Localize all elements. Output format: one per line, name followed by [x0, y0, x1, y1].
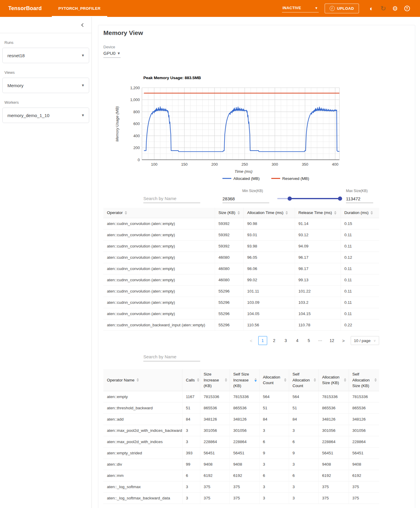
column-header-self-allocation-size-kb[interactable]: Self Allocation Size (KB) — [349, 369, 379, 391]
chevron-down-icon: ▼ — [81, 53, 85, 57]
slider-handle-min[interactable] — [288, 197, 292, 201]
chevron-down-icon: ▼ — [81, 83, 85, 87]
table-cell: 55296 — [215, 308, 243, 319]
column-header-size-increase-kb[interactable]: Size Increase (KB) — [200, 369, 230, 391]
column-header-self-size-increase-kb[interactable]: Self Size Increase (KB) — [230, 369, 259, 391]
views-select[interactable]: Memory ▼ — [2, 78, 89, 93]
workers-select[interactable]: memory_demo_1_10 ▼ — [2, 108, 89, 123]
memory-statistics-table: Operator NameCallsSize Increase (KB)Self… — [103, 369, 379, 504]
table-cell: 301056 — [318, 425, 349, 436]
table-row: aten::cudnn_convolution (aten::empty)552… — [103, 308, 379, 319]
svg-text:600: 600 — [133, 122, 140, 126]
svg-text:300: 300 — [272, 162, 278, 167]
table-cell: 7815336 — [200, 391, 230, 402]
table-row: aten::cudnn_convolution (aten::empty)460… — [103, 252, 379, 263]
svg-text:150: 150 — [181, 162, 188, 167]
column-label: Operator Name — [107, 377, 134, 383]
device-label: Device — [103, 45, 115, 49]
column-header-allocation-time-ms[interactable]: Allocation Time (ms) — [243, 208, 295, 218]
table-cell: 0.11 — [341, 274, 379, 285]
refresh-icon[interactable]: ↻ — [377, 5, 389, 12]
table-cell: 6 — [289, 436, 318, 447]
slider-handle-max[interactable] — [338, 197, 342, 201]
table-cell: 6192 — [230, 470, 259, 481]
column-header-operator[interactable]: Operator — [103, 208, 215, 218]
page-size-select[interactable]: 10 / page∨ — [351, 336, 379, 345]
column-header-calls[interactable]: Calls — [182, 369, 200, 391]
device-select[interactable]: GPU0 ▼ — [103, 51, 121, 58]
svg-text:400: 400 — [332, 162, 339, 167]
column-header-allocation-size-kb[interactable]: Allocation Size (KB) — [318, 369, 349, 391]
pagination-page-5[interactable]: 5 — [304, 336, 313, 345]
table-cell: 375 — [349, 492, 379, 504]
pagination-page-3[interactable]: 3 — [281, 336, 290, 345]
pagination-next[interactable]: > — [339, 336, 348, 345]
table-row: aten::empty11677815336781533656456478153… — [103, 391, 379, 402]
column-label: Allocation Count — [263, 374, 282, 386]
table-cell: 228864 — [349, 436, 379, 447]
table-cell: 3 — [289, 425, 318, 436]
table-cell: 375 — [318, 492, 349, 504]
pagination-page-1[interactable]: 1 — [258, 336, 267, 345]
table-cell: 348126 — [318, 413, 349, 425]
max-size-input[interactable] — [346, 195, 373, 203]
svg-text:Reserved (MB): Reserved (MB) — [282, 176, 309, 181]
table-cell: 3 — [259, 481, 289, 492]
svg-text:0: 0 — [138, 158, 140, 162]
sort-icon — [344, 378, 346, 382]
pagination-page-2[interactable]: 2 — [270, 336, 279, 345]
table-row: aten::empty_strided393564515645199564515… — [103, 447, 379, 459]
table-cell: 865536 — [200, 402, 230, 413]
search-by-name-input[interactable] — [143, 194, 200, 203]
table-cell: 46080 — [215, 274, 243, 285]
settings-gear-icon[interactable]: ⚙ — [389, 5, 401, 12]
table-cell: 3 — [182, 436, 200, 447]
column-label: Operator — [107, 210, 123, 216]
sidebar-collapse-button[interactable] — [0, 17, 92, 33]
min-size-input[interactable] — [222, 195, 269, 203]
upload-button[interactable]: i UPLOAD — [325, 4, 359, 13]
table-cell: 51 — [182, 402, 200, 413]
pagination-prev[interactable]: < — [247, 336, 256, 345]
table-cell: 0.11 — [341, 229, 379, 240]
table-row: aten::cudnn_convolution (aten::empty)460… — [103, 274, 379, 285]
table-row: aten::max_pool2d_with_indices_backward33… — [103, 425, 379, 436]
table-cell: 46080 — [215, 263, 243, 274]
chevron-down-icon: ▼ — [81, 113, 85, 117]
table-cell: 3 — [182, 481, 200, 492]
help-icon[interactable]: ? — [401, 6, 413, 11]
table-cell: 93.12 — [295, 229, 341, 240]
table-cell: 90.98 — [243, 218, 295, 229]
table-cell: 55296 — [215, 285, 243, 297]
svg-text:350: 350 — [302, 162, 308, 167]
info-icon: i — [330, 6, 335, 11]
tab-pytorch-profiler[interactable]: PYTORCH_PROFILER — [52, 0, 107, 17]
column-header-allocation-count[interactable]: Allocation Count — [259, 369, 289, 391]
topbar-actions: INACTIVE ▼ i UPLOAD ◐ ↻ ⚙ ? — [282, 4, 413, 13]
column-header-self-allocation-count[interactable]: Self Allocation Count — [289, 369, 318, 391]
table-row: aten::add843481263481268484348126348126 — [103, 413, 379, 425]
pagination-page-4[interactable]: 4 — [293, 336, 302, 345]
table-cell: 93.98 — [243, 240, 295, 252]
table-cell: aten::cudnn_convolution_backward_input (… — [103, 319, 215, 330]
table-row: aten::div99940894083394089408 — [103, 459, 379, 470]
table-cell: 393 — [182, 447, 200, 459]
table-cell: 7815336 — [230, 391, 259, 402]
runs-select[interactable]: resnet18 ▼ — [2, 48, 89, 63]
table-cell: aten::cudnn_convolution (aten::empty) — [103, 252, 215, 263]
search-operator-name-input[interactable] — [143, 352, 200, 361]
svg-text:100: 100 — [151, 162, 158, 167]
column-header-operator-name[interactable]: Operator Name — [103, 369, 182, 391]
memory-events-table: OperatorSize (KB)Allocation Time (ms)Rel… — [103, 208, 379, 331]
table-cell: 6 — [182, 470, 200, 481]
column-header-release-time-ms[interactable]: Release Time (ms) — [295, 208, 341, 218]
table-cell: 301056 — [200, 425, 230, 436]
pagination-page-12[interactable]: 12 — [328, 336, 336, 345]
column-header-size-kb[interactable]: Size (KB) — [215, 208, 243, 218]
theme-toggle-icon[interactable]: ◐ — [366, 5, 377, 12]
table-cell: 564 — [259, 391, 289, 402]
status-select[interactable]: INACTIVE ▼ — [282, 4, 319, 12]
column-header-duration-ms[interactable]: Duration (ms) — [341, 208, 379, 218]
size-range-slider[interactable] — [277, 195, 341, 202]
table-cell: 375 — [349, 481, 379, 492]
